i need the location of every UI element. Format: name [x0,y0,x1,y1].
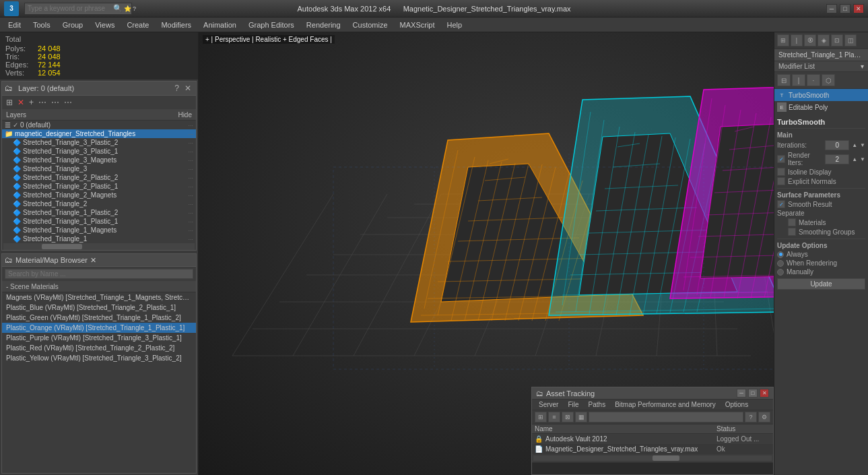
rp-icon-6[interactable]: ◫ [844,34,857,46]
asset-row[interactable]: 🔒Autodesk Vault 2012Logged Out ... [532,434,773,444]
smoothing-checkbox[interactable] [788,228,796,236]
iterations-value[interactable]: 0 [825,140,849,150]
layer-item[interactable]: 🔷Stretched_Triangle_1··· [2,234,196,243]
smooth-result-checkbox[interactable]: ✓ [777,200,785,208]
render-iters-spinner-up[interactable]: ▲ [852,156,857,162]
mod-icon-3[interactable]: · [807,74,820,86]
layer-item[interactable]: 🔷Stretched_Triangle_3_Plastic_2··· [2,138,196,147]
maximize-button[interactable]: □ [840,4,850,13]
at-tool-2[interactable]: ≡ [548,412,560,422]
asset-input-row[interactable] [532,462,773,474]
when-render-radio[interactable] [777,260,784,267]
render-iters-spinner-down[interactable]: ▼ [860,156,865,162]
modifier-editable-poly[interactable]: E Editable Poly [774,101,868,113]
layer-item[interactable]: 🔷Stretched_Triangle_3_Magnets··· [2,156,196,164]
material-item[interactable]: Plastic_Green (VRayMtl) [Stretched_Trian… [2,313,196,323]
menu-graph-editors[interactable]: Graph Editors [243,20,300,30]
layer-tool-select2[interactable]: ⋯ [50,97,61,108]
menu-views[interactable]: Views [90,20,120,30]
material-item[interactable]: Plastic_Purple (VRayMtl) [Stretched_Tria… [2,333,196,343]
isoline-checkbox[interactable] [777,168,785,176]
asset-menu-file[interactable]: File [564,400,582,409]
rp-icon-1[interactable]: ⊞ [777,34,789,46]
layer-tool-layers[interactable]: ⊞ [5,97,14,108]
help-icon[interactable]: ? [133,5,136,12]
layer-tool-add[interactable]: + [28,97,35,108]
update-button[interactable]: Update [777,278,865,290]
material-close-icon[interactable]: ✕ [90,256,96,264]
viewport-center[interactable]: + | Perspective | Realistic + Edged Face… [199,32,774,475]
layer-close-icon[interactable]: ✕ [182,83,193,94]
render-iters-checkbox[interactable]: ✓ [777,155,785,163]
asset-scroll-thumb[interactable] [653,455,679,461]
at-tool-4[interactable]: ▦ [575,412,587,422]
at-tool-3[interactable]: ⊠ [562,412,574,422]
layer-item[interactable]: 🔷Stretched_Triangle_3_Plastic_1··· [2,147,196,156]
menu-rendering[interactable]: Rendering [301,20,346,30]
mod-icon-1[interactable]: ⊟ [777,74,791,86]
at-tool-help[interactable]: ? [745,412,757,422]
rp-icon-5[interactable]: ⊡ [831,34,843,46]
asset-menu-options[interactable]: Options [721,400,752,409]
search-box[interactable]: 🔍 ⭐ ? [24,3,132,15]
asset-row[interactable]: 📄Magnetic_Designer_Stretched_Triangles_v… [532,444,773,454]
menu-tools[interactable]: Tools [28,20,56,30]
layer-tool-delete[interactable]: ✕ [16,97,26,108]
material-item[interactable]: Plastic_Yellow (VRayMtl) [Stretched_Tria… [2,353,196,363]
asset-menu-server[interactable]: Server [535,400,562,409]
at-tool-extra[interactable]: ⚙ [758,412,770,422]
asset-maximize-button[interactable]: □ [748,389,758,398]
menu-create[interactable]: Create [121,20,154,30]
always-radio[interactable] [777,251,784,258]
asset-menu-bitmap[interactable]: Bitmap Performance and Memory [611,400,720,409]
layer-item[interactable]: 🔷Stretched_Triangle_1_Plastic_1··· [2,217,196,226]
menu-modifiers[interactable]: Modifiers [156,20,197,30]
layer-help-icon[interactable]: ? [172,83,181,94]
mod-icon-2[interactable]: | [792,74,805,86]
iterations-spinner-up[interactable]: ▲ [852,142,857,148]
viewport-scene[interactable]: 🗂 Asset Tracking ─ □ ✕ Server File Paths… [199,32,774,475]
mod-icon-4[interactable]: ⬡ [822,74,835,86]
close-button[interactable]: ✕ [853,4,864,13]
menu-edit[interactable]: Edit [3,20,26,30]
material-item[interactable]: Plastic_Red (VRayMtl) [Stretched_Triangl… [2,343,196,353]
menu-help[interactable]: Help [442,20,468,30]
rp-icon-2[interactable]: | [791,34,803,46]
menu-customize[interactable]: Customize [347,20,393,30]
rp-icon-3[interactable]: ⦿ [804,34,816,46]
layer-item[interactable]: 🔷Stretched_Triangle_2_Plastic_2··· [2,173,196,182]
material-item[interactable]: Plastic_Blue (VRayMtl) [Stretched_Triang… [2,303,196,313]
explicit-checkbox[interactable] [777,177,785,185]
search-input[interactable] [28,5,113,12]
asset-close-button[interactable]: ✕ [760,389,769,398]
at-tool-1[interactable]: ⊞ [535,412,547,422]
layer-item[interactable]: 🔷Stretched_Triangle_2··· [2,199,196,208]
layer-item[interactable]: ☰✓0 (default)··· [2,121,196,129]
asset-h-scrollbar[interactable] [533,455,772,461]
asset-minimize-button[interactable]: ─ [737,389,746,398]
modifier-turbosmooth[interactable]: T TurboSmooth [774,89,868,101]
manually-radio[interactable] [777,269,784,276]
layer-tool-select1[interactable]: ⋯ [37,97,48,108]
minimize-button[interactable]: ─ [826,4,837,13]
material-item[interactable]: Plastic_Orange (VRayMtl) [Stretched_Tria… [2,323,196,333]
layer-item[interactable]: 🔷Stretched_Triangle_3··· [2,164,196,173]
layer-item[interactable]: 🔷Stretched_Triangle_1_Magnets··· [2,226,196,234]
layer-scroll-thumb[interactable] [42,244,82,249]
layer-h-scrollbar[interactable] [3,243,195,250]
menu-maxscript[interactable]: MAXScript [395,20,440,30]
menu-animation[interactable]: Animation [198,20,242,30]
layer-item[interactable]: 🔷Stretched_Triangle_1_Plastic_2··· [2,208,196,217]
modifier-list-dropdown-icon[interactable]: ▾ [861,63,864,70]
material-search-input[interactable] [5,269,193,279]
layer-item[interactable]: 🔷Stretched_Triangle_2_Plastic_1··· [2,182,196,191]
asset-menu-paths[interactable]: Paths [585,400,610,409]
render-iters-value[interactable]: 2 [825,154,849,164]
material-item[interactable]: Magnets (VRayMtl) [Stretched_Triangle_1_… [2,292,196,303]
iterations-spinner-down[interactable]: ▼ [860,142,865,148]
layer-tool-select3[interactable]: ⋯ [63,97,73,108]
rp-icon-4[interactable]: ◈ [817,34,830,46]
layer-item[interactable]: 📁magnetic_designer_Stretched_Triangles··… [2,129,196,138]
layer-item[interactable]: 🔷Stretched_Triangle_2_Magnets··· [2,191,196,199]
materials-checkbox[interactable] [788,218,796,226]
